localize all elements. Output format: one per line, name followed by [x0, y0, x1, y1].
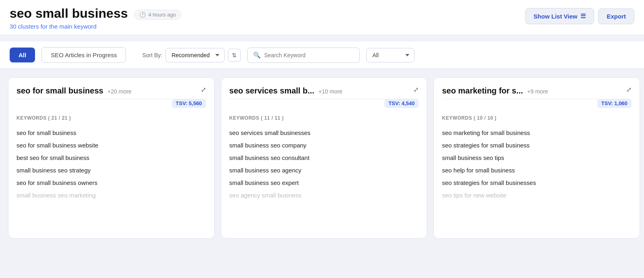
- keywords-header: KEYWORDS ( 10 / 10 ): [442, 115, 632, 121]
- card-more: +10 more: [318, 88, 343, 95]
- keyword-item: seo strategies for small business: [442, 139, 632, 151]
- keyword-list: seo marketing for small business seo str…: [442, 127, 632, 201]
- cluster-card: seo marketing for s... +9 more ⤢ TSV: 1,…: [433, 77, 640, 239]
- search-input[interactable]: [264, 52, 354, 58]
- sort-select[interactable]: Recommended: [165, 48, 225, 62]
- title-row: seo small business 🕐 4 hours ago: [10, 6, 181, 21]
- keyword-item: small business seo expert: [229, 176, 419, 189]
- expand-icon[interactable]: ⤢: [626, 86, 632, 93]
- keyword-list: seo for small business seo for small bus…: [17, 127, 206, 201]
- page-header: seo small business 🕐 4 hours ago 30 clus…: [0, 0, 644, 35]
- keyword-list: seo services small businesses small busi…: [229, 127, 419, 201]
- cards-area: seo for small business +20 more ⤢ TSV: 5…: [0, 69, 644, 239]
- sort-order-icon[interactable]: ⇅: [228, 49, 241, 62]
- tsv-badge: TSV: 5,560: [172, 99, 206, 108]
- keyword-item: small business seo consultant: [229, 151, 419, 164]
- tab-seo-articles[interactable]: SEO Articles in Progress: [41, 47, 126, 63]
- card-divider: [17, 99, 172, 99]
- keyword-item: seo help for small business: [442, 164, 632, 176]
- keyword-item: seo tips for new website: [442, 189, 632, 201]
- header-left: seo small business 🕐 4 hours ago 30 clus…: [10, 6, 181, 30]
- show-list-view-button[interactable]: Show List View ☰: [525, 8, 594, 24]
- keyword-item: small business seo marketing: [17, 189, 206, 201]
- page-title: seo small business: [10, 6, 128, 21]
- card-title: seo marketing for s...: [442, 86, 523, 95]
- card-more: +20 more: [107, 88, 132, 95]
- keyword-item: seo strategies for small businesses: [442, 176, 632, 189]
- sort-order-glyph: ⇅: [232, 52, 237, 58]
- expand-icon[interactable]: ⤢: [413, 86, 419, 93]
- sort-label: Sort By:: [142, 52, 162, 58]
- expand-icon[interactable]: ⤢: [201, 86, 206, 93]
- time-ago-badge: 🕐 4 hours ago: [134, 10, 181, 20]
- card-title-group: seo for small business +20 more: [17, 86, 132, 95]
- keyword-item: small business seo agency: [229, 164, 419, 176]
- keyword-item: small business seo company: [229, 139, 419, 151]
- export-label: Export: [607, 13, 626, 20]
- card-title-group: seo services small b... +10 more: [229, 86, 343, 95]
- sort-section: Sort By: Recommended ⇅: [142, 48, 241, 62]
- keyword-item: seo marketing for small business: [442, 127, 632, 139]
- list-icon: ☰: [580, 12, 586, 20]
- card-divider: [229, 99, 385, 99]
- search-icon: 🔍: [253, 52, 261, 59]
- keyword-item: small business seo tips: [442, 151, 632, 164]
- keyword-item: seo for small business owners: [17, 176, 206, 189]
- card-title: seo services small b...: [229, 86, 314, 95]
- cluster-card: seo services small b... +10 more ⤢ TSV: …: [221, 77, 427, 239]
- card-header: seo marketing for s... +9 more ⤢: [442, 86, 632, 95]
- tab-all[interactable]: All: [10, 48, 35, 62]
- tsv-badge: TSV: 1,060: [597, 99, 632, 108]
- cluster-card: seo for small business +20 more ⤢ TSV: 5…: [8, 77, 215, 239]
- export-button[interactable]: Export: [598, 8, 634, 24]
- list-view-label: Show List View: [534, 13, 578, 20]
- keyword-item: seo agency small business: [229, 189, 419, 201]
- tab-all-label: All: [19, 52, 26, 58]
- card-more: +9 more: [527, 88, 548, 95]
- time-ago-text: 4 hours ago: [148, 12, 176, 18]
- keyword-item: seo services small businesses: [229, 127, 419, 139]
- cluster-count: 30 clusters for the main keyword: [10, 23, 181, 30]
- keyword-item: seo for small business: [17, 127, 206, 139]
- filter-select[interactable]: All: [366, 48, 415, 62]
- keyword-item: small business seo strategy: [17, 164, 206, 176]
- toolbar: All SEO Articles in Progress Sort By: Re…: [0, 41, 644, 69]
- tab-seo-label: SEO Articles in Progress: [51, 52, 117, 58]
- search-box[interactable]: 🔍: [247, 48, 360, 63]
- keyword-item: best seo for small business: [17, 151, 206, 164]
- card-header: seo services small b... +10 more ⤢: [229, 86, 419, 95]
- card-title-group: seo marketing for s... +9 more: [442, 86, 548, 95]
- card-divider: [442, 99, 597, 99]
- header-actions: Show List View ☰ Export: [525, 8, 634, 24]
- card-title: seo for small business: [17, 86, 103, 95]
- keyword-item: seo for small business website: [17, 139, 206, 151]
- keywords-header: KEYWORDS ( 11 / 11 ): [229, 115, 419, 121]
- tsv-badge: TSV: 4,540: [384, 99, 419, 108]
- clock-icon: 🕐: [139, 12, 146, 18]
- keywords-header: KEYWORDS ( 21 / 21 ): [17, 115, 206, 121]
- card-header: seo for small business +20 more ⤢: [17, 86, 206, 95]
